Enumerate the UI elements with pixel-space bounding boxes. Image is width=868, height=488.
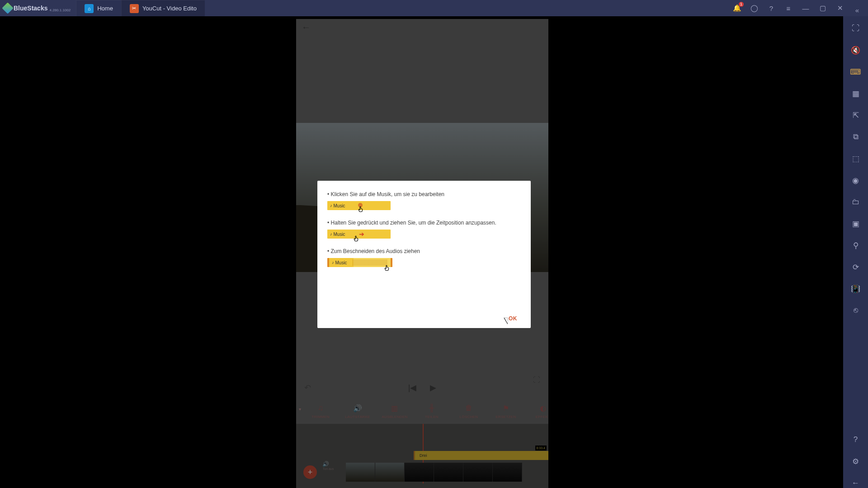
- tool-effect[interactable]: ◐EFFEKT: [529, 403, 548, 419]
- rotate-icon[interactable]: ⟳: [851, 262, 861, 272]
- account-icon[interactable]: ◯: [749, 3, 760, 14]
- titlebar: BlueStacks 4.280.1.1002 ⌂ Home ✂ YouCut …: [0, 0, 868, 16]
- settings-icon[interactable]: ⚙: [851, 456, 861, 466]
- brand-version: 4.280.1.1002: [49, 8, 71, 12]
- demo-clip-tap: ♪ Music: [327, 201, 391, 210]
- effect-icon: ◐: [538, 403, 548, 413]
- video-thumbnails[interactable]: [346, 463, 522, 482]
- split-icon: ╫: [427, 403, 437, 413]
- brand-text: BlueStacks: [14, 5, 47, 12]
- camera-icon[interactable]: ⬚: [851, 154, 861, 164]
- undo-icon[interactable]: ↶: [304, 383, 311, 393]
- music-note-icon: ♪: [332, 260, 334, 265]
- bluestacks-icon: [2, 2, 13, 14]
- accounts-icon[interactable]: ⎋: [851, 305, 861, 315]
- timeline[interactable]: Drei 0:33.4 + 🔊 Ton aus 0:05.5 Gesamt 0:…: [296, 424, 548, 488]
- maximize-icon[interactable]: ▢: [817, 3, 828, 14]
- demo-clip-trim: ♪ Music: [327, 258, 392, 267]
- location-icon[interactable]: ⚲: [851, 240, 861, 250]
- fullscreen-icon[interactable]: ⛶: [533, 376, 540, 384]
- tool-trim[interactable]: ♫TRIMMEN: [307, 403, 334, 419]
- prev-frame-icon[interactable]: |◀: [408, 383, 417, 393]
- media-folder-icon[interactable]: 🗀: [851, 197, 861, 207]
- tool-volume[interactable]: 🔊LAUTSTÄRKE: [344, 403, 371, 419]
- hand-trim-icon: [383, 263, 392, 273]
- tool-fade[interactable]: ▥AUSBLENDEN: [381, 403, 408, 419]
- volume-mute-icon[interactable]: 🔇: [851, 45, 861, 55]
- toggle-keymap-icon[interactable]: ▦: [851, 89, 861, 99]
- hand-tap-icon: [357, 205, 365, 215]
- tab-label: Home: [97, 5, 113, 12]
- music-clip[interactable]: Drei 0:33.4: [414, 451, 548, 460]
- fade-icon: ▥: [390, 403, 400, 413]
- tab-label: YouCut - Video Edito: [142, 5, 197, 12]
- install-apk-icon[interactable]: ⇱: [851, 110, 861, 120]
- tab-youcut[interactable]: ✂ YouCut - Video Edito: [121, 0, 205, 16]
- titlebar-actions: 🔔 ◯ ? ≡ — ▢ ✕ «: [731, 3, 868, 14]
- back-icon[interactable]: ←: [302, 22, 311, 33]
- tip-2-text: • Halten Sie gedrückt und ziehen Sie, um…: [327, 220, 496, 226]
- collapse-sidebar-icon[interactable]: «: [852, 5, 863, 15]
- playback-controls: ↶ |◀ ▶ ⛶: [296, 379, 548, 397]
- delete-icon: 🗑: [464, 403, 474, 413]
- edit-toolbar: ▾ ♫TRIMMEN 🔊LAUTSTÄRKE ▥AUSBLENDEN ╫TEIL…: [296, 399, 548, 423]
- shake-icon[interactable]: 📳: [851, 284, 861, 294]
- replace-icon: ⚑: [501, 403, 511, 413]
- fullscreen-toggle-icon[interactable]: ⛶: [851, 23, 861, 33]
- keymap-icon[interactable]: ⌨: [851, 67, 861, 77]
- macro-icon[interactable]: ▣: [851, 219, 861, 229]
- volume-icon: 🔊: [353, 403, 363, 413]
- tab-home[interactable]: ⌂ Home: [76, 0, 121, 16]
- app-topbar: ←: [296, 19, 548, 35]
- bluestacks-logo: BlueStacks 4.280.1.1002: [4, 0, 71, 16]
- trim-icon: ♫: [316, 403, 326, 413]
- tabs: ⌂ Home ✂ YouCut - Video Edito: [76, 0, 205, 16]
- play-icon[interactable]: ▶: [430, 383, 436, 393]
- tip-1-text: • Klicken Sie auf die Musik, um sie zu b…: [327, 191, 444, 197]
- notifications-icon[interactable]: 🔔: [731, 3, 742, 14]
- minimize-icon[interactable]: —: [800, 3, 811, 14]
- music-clip-duration: 0:33.4: [535, 446, 547, 450]
- home-icon: ⌂: [85, 4, 94, 13]
- screenshot-icon[interactable]: ⧉: [851, 132, 861, 142]
- record-icon[interactable]: ◉: [851, 175, 861, 185]
- help-icon[interactable]: ?: [766, 3, 777, 14]
- menu-icon[interactable]: ≡: [783, 3, 794, 14]
- waveform-icon: [353, 259, 388, 266]
- android-back-icon[interactable]: ←: [851, 478, 861, 488]
- mute-icon[interactable]: 🔊: [322, 461, 329, 467]
- tool-replace[interactable]: ⚑ERSETZEN: [492, 403, 519, 419]
- help-sidebar-icon[interactable]: ?: [851, 435, 861, 445]
- tip-3-text: • Zum Beschneiden des Audios ziehen: [327, 248, 420, 254]
- bluestacks-sidebar: ⛶ 🔇 ⌨ ▦ ⇱ ⧉ ⬚ ◉ 🗀 ▣ ⚲ ⟳ 📳 ⎋ ? ⚙ ←: [843, 16, 868, 488]
- music-note-icon: ♪: [330, 203, 332, 208]
- tool-delete[interactable]: 🗑LÖSCHEN: [455, 403, 482, 419]
- music-note-icon: ♪: [330, 232, 332, 236]
- toolbar-collapse-icon[interactable]: ▾: [299, 407, 301, 412]
- hand-drag-icon: [353, 234, 361, 244]
- add-button[interactable]: +: [303, 465, 317, 479]
- tool-split[interactable]: ╫TEILEN: [418, 403, 445, 419]
- demo-clip-drag: ♪ Music ➔: [327, 230, 391, 239]
- music-clip-label: Drei: [420, 453, 427, 458]
- youcut-icon: ✂: [130, 4, 139, 13]
- close-icon[interactable]: ✕: [835, 3, 845, 14]
- mute-label: Ton aus: [321, 467, 335, 470]
- music-help-dialog: • Klicken Sie auf die Musik, um sie zu b…: [317, 181, 531, 328]
